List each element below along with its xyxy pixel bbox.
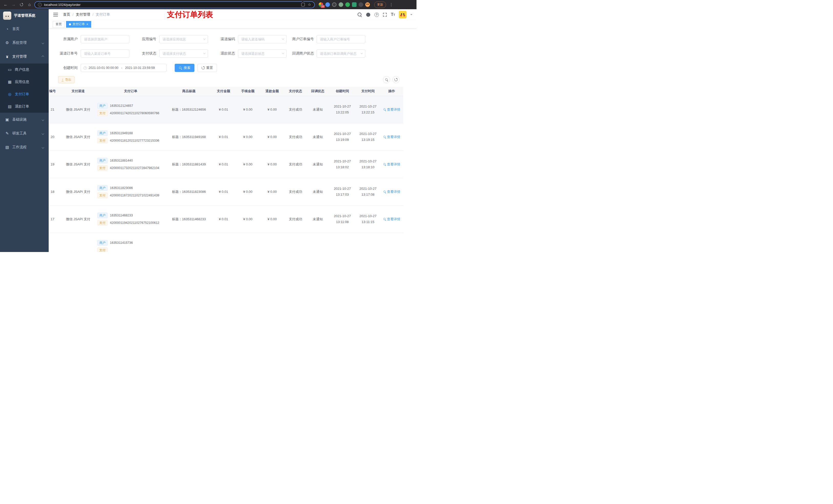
cell-pay-time: 2021-10-2713:19:15	[356, 123, 380, 150]
toggle-search-button[interactable]	[383, 76, 390, 83]
cell-fee: ¥ 0.00	[236, 123, 260, 150]
close-icon[interactable]: ×	[86, 23, 88, 26]
view-detail-link[interactable]: 查看详情	[383, 162, 400, 167]
pay-order-no: 4200001181202110277723215336	[110, 139, 159, 142]
sidebar-item-pay-order[interactable]: ◎ 支付订单	[0, 88, 49, 100]
date-start: 2021-10-01 00:00:00	[89, 66, 118, 70]
sidebar-item-merchant-info[interactable]: ▭ 商户信息	[0, 64, 49, 76]
workflow-icon: ▧	[5, 145, 9, 149]
reload-button[interactable]	[19, 2, 25, 8]
font-size-icon[interactable]: TT	[391, 12, 395, 17]
tab-home[interactable]: 首页	[53, 21, 65, 28]
filter-pay-status: 支付状态	[135, 49, 208, 57]
download-icon: ↓	[62, 78, 64, 81]
merchant-order-no-input[interactable]	[317, 35, 365, 43]
pay-tag: 支付	[97, 111, 108, 116]
sidebar-item-workflow[interactable]: ▧ 工作流程	[0, 140, 49, 154]
col-header-notify: 回调状态	[307, 87, 329, 96]
refresh-table-button[interactable]	[392, 76, 400, 83]
channel-code-input[interactable]	[238, 35, 287, 43]
refund-status-select[interactable]	[238, 49, 287, 57]
address-bar[interactable]: i localhost:1024/pay/order ☆	[34, 1, 315, 8]
sidebar-item-home[interactable]: ◔ 首页	[0, 22, 49, 36]
search-button[interactable]: 搜索	[175, 64, 194, 72]
back-button[interactable]: ←	[3, 2, 9, 8]
orders-table: 编号 支付渠道 支付订单 商品标题 支付金额 手续金额 退款金额 支付状态 回调…	[49, 87, 416, 252]
sidebar-item-label: 工作流程	[12, 145, 27, 149]
create-time-range-picker[interactable]: 2021-10-01 00:00:00 - 2021-10-31 23:59:5…	[81, 64, 166, 72]
dashboard-icon: ◔	[5, 27, 9, 31]
browser-chrome: ← → ⌂ i localhost:1024/pay/order ☆ 10 更新…	[0, 0, 416, 9]
search-icon[interactable]	[357, 12, 362, 17]
help-icon[interactable]: ?	[375, 13, 379, 17]
cell-fee: ¥ 0.00	[236, 96, 260, 123]
user-avatar[interactable]	[399, 11, 406, 19]
pay-tag: 支付	[97, 220, 108, 225]
view-detail-link[interactable]: 查看详情	[383, 217, 400, 221]
browser-menu-icon[interactable]: ⋮	[389, 2, 393, 7]
sidebar-item-label: 研发工具	[12, 131, 27, 136]
app-select[interactable]	[159, 35, 208, 43]
home-button[interactable]: ⌂	[26, 2, 32, 8]
breadcrumb-item[interactable]: 支付管理	[76, 12, 90, 17]
table-row: 18 微信 JSAPI 支付 商户 1635311823086 支付	[49, 178, 403, 206]
extension-icon[interactable]	[339, 2, 343, 7]
merchant-select[interactable]	[81, 35, 129, 43]
table-header-row: 编号 支付渠道 支付订单 商品标题 支付金额 手续金额 退款金额 支付状态 回调…	[49, 87, 403, 96]
github-icon[interactable]	[366, 12, 371, 17]
profile-avatar-icon[interactable]	[365, 2, 370, 7]
cell-id: 19	[49, 150, 62, 178]
sidebar-item-refund-order[interactable]: ▤ 退款订单	[0, 100, 49, 113]
reload-icon	[20, 3, 23, 6]
site-info-icon[interactable]: i	[38, 3, 42, 7]
extension-icon[interactable]	[325, 2, 330, 7]
cell-channel: 微信 JSAPI 支付	[62, 96, 95, 123]
cell-notify: 未通知	[307, 178, 329, 206]
fullscreen-icon[interactable]	[383, 13, 387, 17]
pay-status-select[interactable]	[159, 49, 208, 57]
extension-icon[interactable]	[345, 2, 350, 7]
view-detail-link[interactable]: 查看详情	[383, 190, 400, 194]
extension-icon[interactable]: 10	[319, 2, 323, 7]
sidebar-item-label: 支付订单	[15, 92, 29, 97]
channel-order-no-input[interactable]	[81, 49, 129, 57]
sidebar-item-devtools[interactable]: ✎ 研发工具	[0, 126, 49, 140]
export-button[interactable]: ↓ 导出	[58, 76, 74, 83]
sidebar-item-infra[interactable]: ▣ 基础设施	[0, 113, 49, 126]
magnifier-icon	[383, 218, 386, 220]
pay-order-no: 4200001173202110272847982104	[110, 166, 159, 170]
reset-button[interactable]: 重置	[197, 64, 217, 72]
sidebar-item-label: 退款订单	[15, 104, 29, 109]
tab-label: 首页	[55, 22, 62, 26]
refresh-icon	[201, 66, 205, 69]
pay-order-no: 4200001174202110278060590766	[110, 112, 159, 115]
view-detail-link[interactable]: 查看详情	[383, 107, 400, 112]
browser-window: ← → ⌂ i localhost:1024/pay/order ☆ 10 更新…	[0, 0, 416, 252]
merchant-tag: 商户	[97, 213, 108, 218]
breadcrumb-item[interactable]: 首页	[63, 12, 70, 17]
cell-amount: ¥ 0.01	[211, 96, 236, 123]
payment-submenu: ▭ 商户信息 ▦ 应用信息 ◎ 支付订单 ▤ 退款订单	[0, 64, 49, 113]
cell-order: 商户 1635311468233 支付 42000011942021102767…	[95, 206, 166, 233]
share-icon[interactable]	[301, 3, 305, 6]
sidebar-item-system[interactable]: ⚙ 系统管理	[0, 36, 49, 50]
cell-title: 标题：1635312124656	[166, 96, 211, 123]
cell-notify: 未通知	[307, 206, 329, 233]
tab-pay-order[interactable]: 支付订单 ×	[66, 21, 91, 28]
sidebar-toggle-icon[interactable]	[53, 14, 58, 15]
extension-icon[interactable]	[332, 2, 337, 7]
update-button[interactable]: 更新	[374, 2, 386, 8]
sidebar-item-label: 基础设施	[12, 117, 27, 122]
view-detail-link[interactable]: 查看详情	[383, 135, 400, 139]
bookmark-star-icon[interactable]: ☆	[308, 2, 311, 7]
extension-icon[interactable]	[352, 2, 357, 7]
forward-button[interactable]: →	[10, 2, 17, 8]
table-row-partial: 商户 1635311415736 支付	[49, 233, 403, 252]
yen-icon: ¥	[5, 54, 9, 59]
sidebar-item-payment[interactable]: ¥ 支付管理	[0, 50, 49, 64]
notify-status-select[interactable]	[317, 49, 365, 57]
chevron-down-icon	[42, 42, 44, 44]
avatar-caret-icon[interactable]	[410, 14, 412, 16]
sidebar-item-app-info[interactable]: ▦ 应用信息	[0, 76, 49, 88]
puzzle-extension-icon[interactable]	[359, 2, 363, 7]
